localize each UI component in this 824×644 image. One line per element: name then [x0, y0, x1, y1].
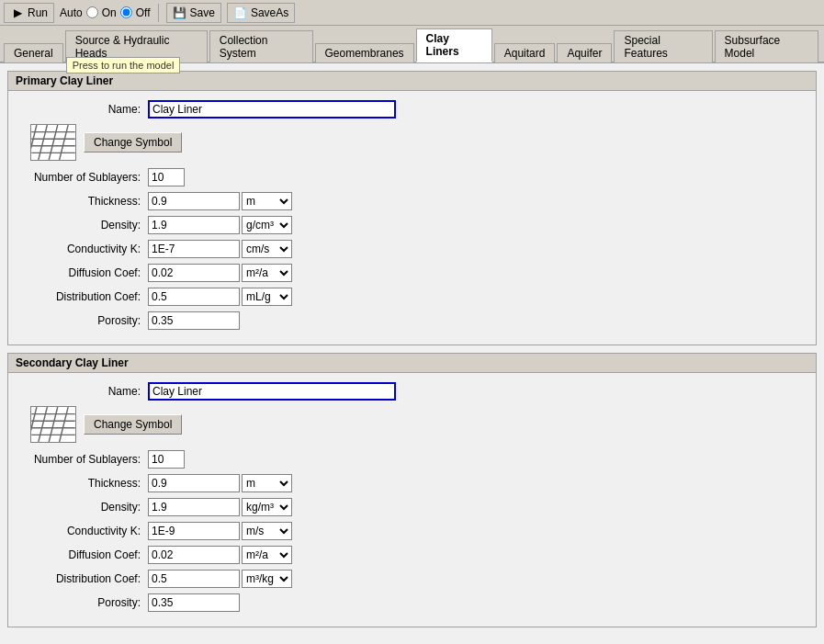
primary-distribution-row: Distribution Coef: mL/gm³/kg: [19, 288, 805, 306]
tab-subsurfacemodel[interactable]: Subsurface Model: [715, 30, 818, 62]
secondary-thickness-input[interactable]: [148, 474, 240, 492]
primary-clay-liner-section: Primary Clay Liner Name:: [7, 71, 817, 345]
primary-diffusion-label: Diffusion Coef:: [19, 266, 148, 279]
primary-name-row: Name:: [19, 100, 805, 119]
secondary-distribution-row: Distribution Coef: m³/kgmL/g: [19, 570, 805, 588]
secondary-sublayers-input[interactable]: [148, 450, 185, 469]
toolbar: ▶ Run Auto On Off 💾 Save 📄 SaveAs: [0, 0, 824, 26]
secondary-clay-liner-section: Secondary Clay Liner Name:: [7, 353, 817, 627]
run-button[interactable]: ▶ Run: [4, 3, 54, 23]
primary-density-input[interactable]: [148, 216, 240, 234]
secondary-porosity-label: Porosity:: [19, 596, 148, 609]
primary-porosity-label: Porosity:: [19, 314, 148, 327]
primary-distribution-label: Distribution Coef:: [19, 290, 148, 303]
primary-section-header: Primary Clay Liner: [8, 72, 816, 91]
primary-sublayers-input[interactable]: [148, 168, 185, 186]
primary-porosity-row: Porosity:: [19, 311, 805, 330]
secondary-conductivity-unit-select[interactable]: m/scm/sm/a: [242, 522, 292, 540]
secondary-symbol-row: Change Symbol: [30, 406, 805, 443]
primary-conductivity-row: Conductivity K: cm/sm/sm/a: [19, 240, 805, 258]
primary-density-row: Density: g/cm³kg/m³: [19, 216, 805, 234]
svg-line-6: [49, 125, 58, 160]
primary-thickness-row: Thickness: mcmft: [19, 192, 805, 210]
svg-line-14: [49, 407, 58, 442]
primary-section-body: Name:: [8, 91, 816, 345]
primary-sublayers-label: Number of Sublayers:: [19, 171, 148, 184]
secondary-conductivity-label: Conductivity K:: [19, 525, 148, 537]
svg-line-7: [60, 125, 69, 160]
main-content: Primary Clay Liner Name:: [0, 63, 824, 644]
secondary-name-input[interactable]: [148, 382, 396, 401]
primary-distribution-unit-select[interactable]: mL/gm³/kg: [242, 288, 292, 306]
run-icon: ▶: [10, 6, 25, 20]
primary-thickness-input[interactable]: [148, 192, 240, 210]
svg-line-4: [31, 125, 37, 160]
secondary-section-header: Secondary Clay Liner: [8, 354, 816, 373]
primary-name-label: Name:: [19, 103, 148, 116]
primary-diffusion-unit-select[interactable]: m²/acm²/s: [242, 264, 292, 282]
primary-density-unit-select[interactable]: g/cm³kg/m³: [242, 216, 292, 234]
secondary-porosity-row: Porosity:: [19, 593, 805, 612]
primary-change-symbol-button[interactable]: Change Symbol: [84, 132, 182, 153]
off-radio[interactable]: [120, 6, 132, 18]
tab-tooltip: Press to run the model: [66, 57, 181, 73]
secondary-density-input[interactable]: [148, 498, 240, 516]
secondary-diffusion-row: Diffusion Coef: m²/acm²/s: [19, 546, 805, 564]
secondary-sublayers-row: Number of Sublayers:: [19, 450, 805, 469]
svg-line-15: [60, 407, 69, 442]
secondary-density-label: Density:: [19, 501, 148, 514]
secondary-density-row: Density: kg/m³g/cm³: [19, 498, 805, 516]
saveas-button[interactable]: 📄 SaveAs: [227, 3, 295, 23]
secondary-diffusion-input[interactable]: [148, 546, 240, 564]
secondary-diffusion-unit-select[interactable]: m²/acm²/s: [242, 546, 292, 564]
auto-radio-group: Auto On Off: [60, 6, 151, 19]
primary-diffusion-row: Diffusion Coef: m²/acm²/s: [19, 264, 805, 282]
primary-symbol-row: Change Symbol: [30, 124, 805, 161]
save-button[interactable]: 💾 Save: [166, 3, 221, 23]
secondary-section-body: Name:: [8, 373, 816, 627]
toolbar-separator: [158, 4, 159, 22]
secondary-porosity-input[interactable]: [148, 593, 240, 612]
save-icon: 💾: [173, 6, 187, 20]
secondary-symbol-svg: [31, 407, 75, 442]
tab-specialfeatures[interactable]: Special Features: [614, 30, 712, 62]
on-radio[interactable]: [86, 6, 98, 18]
primary-symbol-box: [30, 124, 76, 161]
primary-distribution-input[interactable]: [148, 288, 240, 306]
secondary-conductivity-input[interactable]: [148, 522, 240, 540]
tab-aquifer[interactable]: Aquifer: [557, 43, 612, 62]
tab-source[interactable]: Source & Hydraulic Heads Press to run th…: [65, 30, 208, 62]
secondary-name-label: Name:: [19, 385, 148, 398]
svg-line-12: [31, 407, 37, 442]
svg-line-13: [39, 407, 48, 442]
secondary-diffusion-label: Diffusion Coef:: [19, 548, 148, 561]
secondary-thickness-label: Thickness:: [19, 477, 148, 490]
secondary-conductivity-row: Conductivity K: m/scm/sm/a: [19, 522, 805, 540]
primary-conductivity-unit-select[interactable]: cm/sm/sm/a: [242, 240, 292, 258]
secondary-distribution-input[interactable]: [148, 570, 240, 588]
svg-line-5: [39, 125, 48, 160]
primary-diffusion-input[interactable]: [148, 264, 240, 282]
tabs-bar: General Source & Hydraulic Heads Press t…: [0, 26, 824, 63]
secondary-name-row: Name:: [19, 382, 805, 401]
secondary-thickness-row: Thickness: mcmft: [19, 474, 805, 492]
primary-sublayers-row: Number of Sublayers:: [19, 168, 805, 186]
secondary-thickness-unit-select[interactable]: mcmft: [242, 474, 292, 492]
primary-conductivity-input[interactable]: [148, 240, 240, 258]
tab-collection[interactable]: Collection System: [209, 30, 313, 62]
secondary-change-symbol-button[interactable]: Change Symbol: [84, 414, 182, 435]
secondary-density-unit-select[interactable]: kg/m³g/cm³: [242, 498, 292, 516]
primary-thickness-unit-select[interactable]: mcmft: [242, 192, 292, 210]
tab-geomembranes[interactable]: Geomembranes: [315, 43, 414, 62]
secondary-distribution-unit-select[interactable]: m³/kgmL/g: [242, 570, 292, 588]
tab-aquitard[interactable]: Aquitard: [494, 43, 556, 62]
primary-porosity-input[interactable]: [148, 311, 240, 330]
primary-thickness-label: Thickness:: [19, 195, 148, 208]
secondary-distribution-label: Distribution Coef:: [19, 572, 148, 585]
tab-clayliners[interactable]: Clay Liners: [416, 28, 492, 62]
secondary-symbol-box: [30, 406, 76, 443]
secondary-sublayers-label: Number of Sublayers:: [19, 453, 148, 466]
tab-general[interactable]: General: [4, 43, 63, 62]
primary-name-input[interactable]: [148, 100, 396, 119]
primary-density-label: Density:: [19, 219, 148, 232]
